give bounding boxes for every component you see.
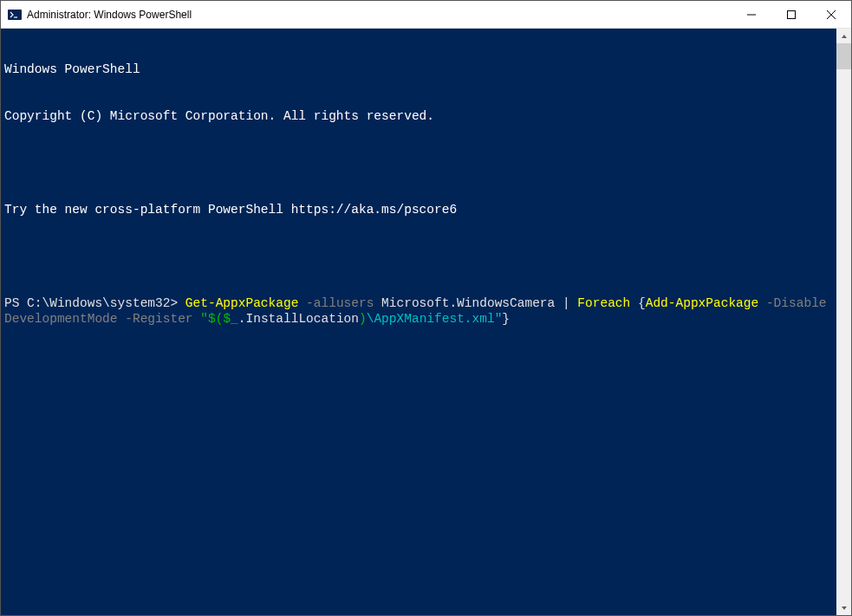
blank-line (4, 155, 833, 171)
cmd-token-white: } (502, 312, 510, 326)
cmd-token-white (758, 296, 766, 310)
cmd-token-white (298, 296, 306, 310)
titlebar-controls (732, 1, 851, 28)
banner-line: Windows PowerShell (4, 62, 833, 77)
scroll-up-button[interactable] (836, 29, 851, 43)
maximize-button[interactable] (771, 1, 811, 28)
blank-line (4, 249, 833, 264)
cmd-token-white (118, 312, 126, 326)
svg-rect-3 (788, 10, 796, 18)
minimize-button[interactable] (732, 1, 771, 28)
cmd-token-str: $_ (223, 312, 237, 326)
cmd-token-white: .InstallLocation (238, 312, 359, 326)
prompt-prefix: PS C:\Windows\system32> (4, 296, 185, 310)
hint-line: Try the new cross-platform PowerShell ht… (4, 202, 833, 217)
scroll-down-button[interactable] (836, 600, 851, 615)
titlebar[interactable]: Administrator: Windows PowerShell (1, 1, 851, 29)
cmd-token-cmd: Add-AppxPackage (646, 296, 759, 310)
close-button[interactable] (811, 1, 851, 28)
console-area: Windows PowerShell Copyright (C) Microso… (1, 29, 851, 615)
cmd-token-white (193, 312, 201, 326)
powershell-icon (8, 8, 22, 22)
cmd-token-param: -allusers (306, 296, 374, 310)
cmd-token-str-esc: \AppXManifest.xml" (367, 312, 503, 326)
scrollbar-thumb[interactable] (836, 43, 851, 69)
vertical-scrollbar[interactable] (836, 29, 851, 615)
cmd-token-param: -Register (125, 312, 192, 326)
console[interactable]: Windows PowerShell Copyright (C) Microso… (1, 29, 836, 615)
cmd-token-cmd: Foreach (577, 296, 630, 310)
cmd-token-white: | (563, 296, 570, 310)
cmd-token-str: ) (359, 312, 367, 326)
scrollbar-track[interactable] (836, 43, 851, 600)
window-title: Administrator: Windows PowerShell (27, 9, 732, 21)
cmd-token-str: "$( (200, 312, 223, 326)
banner-line: Copyright (C) Microsoft Corporation. All… (4, 108, 833, 124)
powershell-window: Administrator: Windows PowerShell Window… (0, 0, 852, 616)
cmd-token-white: { (630, 296, 645, 310)
cmd-token-white: Microsoft.WindowsCamera (374, 296, 563, 310)
svg-rect-0 (8, 10, 22, 20)
cmd-token-cmd: Get-AppxPackage (185, 296, 299, 310)
command-line: PS C:\Windows\system32> Get-AppxPackage … (4, 295, 833, 327)
